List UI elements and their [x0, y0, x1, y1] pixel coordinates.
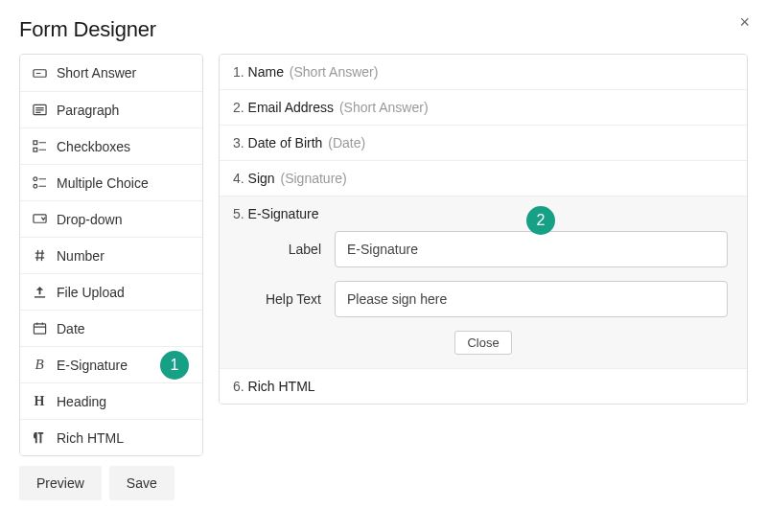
editor-close-button[interactable]: Close: [454, 331, 511, 355]
multiple-choice-icon: [32, 175, 47, 191]
palette-item-label: Rich HTML: [57, 430, 124, 446]
svg-rect-8: [33, 148, 36, 151]
editor-label-input[interactable]: [335, 231, 728, 267]
page-title: Form Designer: [19, 17, 748, 42]
svg-rect-20: [34, 324, 45, 334]
heading-icon: H: [32, 394, 47, 409]
palette-item-rich-html[interactable]: Rich HTML: [20, 419, 202, 455]
editor-help-label: Help Text: [239, 291, 335, 307]
editor-label-label: Label: [239, 242, 335, 257]
short-answer-icon: [32, 65, 47, 81]
step-badge-1: 1: [160, 351, 189, 380]
palette-item-label: Checkboxes: [57, 139, 130, 154]
preview-button[interactable]: Preview: [19, 466, 102, 500]
palette-item-multiple-choice[interactable]: Multiple Choice: [20, 164, 202, 200]
svg-line-17: [36, 250, 37, 261]
palette-item-label: Heading: [57, 394, 106, 409]
field-row[interactable]: 3. Date of Birth (Date): [220, 125, 747, 160]
close-icon[interactable]: ×: [739, 13, 750, 31]
palette-item-e-signature[interactable]: B E-Signature 1: [20, 346, 202, 382]
palette-item-label: Number: [57, 248, 105, 264]
field-row[interactable]: 6. Rich HTML: [220, 368, 747, 404]
field-row[interactable]: 2. Email Address (Short Answer): [220, 89, 747, 125]
palette-item-label: Multiple Choice: [57, 175, 149, 191]
palette-item-checkboxes[interactable]: Checkboxes: [20, 127, 202, 164]
svg-point-10: [33, 177, 36, 181]
signature-icon: B: [32, 358, 47, 373]
palette-item-label: Drop-down: [57, 212, 122, 227]
step-badge-2: 2: [526, 206, 555, 235]
field-row-expanded[interactable]: 5. E-Signature Label 2 Help Text Close: [220, 196, 747, 368]
palette-item-label: Date: [57, 321, 85, 336]
svg-rect-19: [34, 296, 44, 297]
palette-item-number[interactable]: Number: [20, 237, 202, 273]
form-canvas: 1. Name (Short Answer) 2. Email Address …: [219, 54, 748, 405]
field-editor: Label 2 Help Text Close: [233, 221, 733, 355]
rich-html-icon: [32, 430, 47, 446]
svg-point-12: [33, 184, 36, 188]
palette-item-label: Paragraph: [57, 103, 119, 118]
save-button[interactable]: Save: [109, 466, 174, 500]
number-icon: [32, 248, 47, 264]
palette-item-paragraph[interactable]: Paragraph: [20, 91, 202, 127]
palette-item-label: File Upload: [57, 285, 125, 300]
dropdown-icon: [32, 212, 47, 227]
palette-item-label: Short Answer: [57, 65, 136, 81]
checkboxes-icon: [32, 139, 47, 154]
svg-rect-6: [33, 141, 36, 145]
field-row[interactable]: 4. Sign (Signature): [220, 160, 747, 196]
field-palette: Short Answer Paragraph: [19, 54, 203, 456]
paragraph-icon: [32, 103, 47, 118]
date-icon: [32, 321, 47, 336]
palette-item-date[interactable]: Date: [20, 310, 202, 346]
upload-icon: [32, 285, 47, 300]
svg-line-18: [41, 250, 42, 261]
palette-item-drop-down[interactable]: Drop-down: [20, 200, 202, 237]
palette-item-heading[interactable]: H Heading: [20, 382, 202, 419]
field-row[interactable]: 1. Name (Short Answer): [220, 55, 747, 89]
palette-item-short-answer[interactable]: Short Answer: [20, 55, 202, 91]
palette-item-label: E-Signature: [57, 358, 128, 373]
editor-help-input[interactable]: [335, 281, 728, 317]
palette-item-file-upload[interactable]: File Upload: [20, 273, 202, 310]
